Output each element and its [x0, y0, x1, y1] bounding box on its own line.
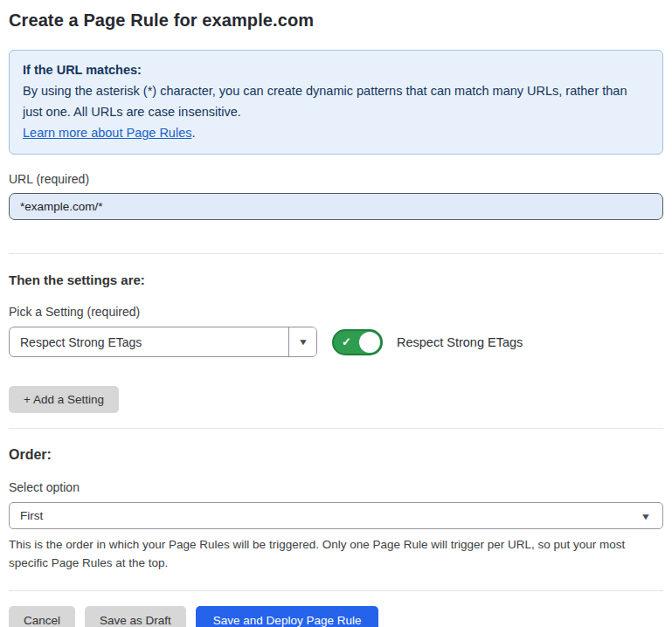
page-title: Create a Page Rule for example.com [9, 10, 663, 31]
pick-setting-label: Pick a Setting (required) [9, 305, 663, 319]
order-select[interactable]: First ▼ [9, 502, 663, 529]
url-matches-info-box: If the URL matches: By using the asteris… [9, 50, 663, 155]
url-input[interactable] [9, 193, 663, 220]
respect-strong-etags-toggle[interactable]: ✓ [332, 329, 383, 355]
learn-more-link[interactable]: Learn more about Page Rules [23, 126, 191, 140]
chevron-down-icon: ▼ [641, 511, 651, 520]
section-divider [9, 253, 663, 254]
info-box-body: By using the asterisk (*) character, you… [23, 80, 649, 122]
save-as-draft-button[interactable]: Save as Draft [85, 606, 186, 627]
section-divider [9, 428, 663, 429]
save-and-deploy-button[interactable]: Save and Deploy Page Rule [196, 606, 379, 627]
order-help-text: This is the order in which your Page Rul… [9, 535, 660, 572]
settings-section-heading: Then the settings are: [9, 272, 663, 287]
toggle-wrap: ✓ Respect Strong ETags [332, 329, 523, 355]
footer-actions: Cancel Save as Draft Save and Deploy Pag… [9, 606, 663, 627]
order-section-heading: Order: [9, 447, 663, 463]
footer-divider [9, 590, 663, 591]
select-option-label: Select option [9, 480, 663, 494]
add-setting-button[interactable]: + Add a Setting [9, 386, 119, 413]
cancel-button[interactable]: Cancel [9, 606, 75, 627]
setting-row: Respect Strong ETags ▼ ✓ Respect Strong … [9, 327, 663, 357]
setting-select[interactable]: Respect Strong ETags ▼ [9, 327, 317, 357]
setting-select-value: Respect Strong ETags [10, 327, 288, 356]
link-suffix: . [191, 126, 195, 140]
order-select-value: First [20, 509, 43, 522]
info-box-link-line: Learn more about Page Rules. [23, 122, 649, 143]
chevron-down-icon: ▼ [297, 337, 308, 347]
info-box-heading: If the URL matches: [23, 59, 649, 80]
url-field-label: URL (required) [9, 172, 663, 186]
toggle-label: Respect Strong ETags [397, 335, 523, 349]
check-icon: ✓ [342, 335, 351, 348]
setting-select-arrow-button[interactable]: ▼ [288, 327, 316, 356]
toggle-knob [359, 332, 380, 353]
